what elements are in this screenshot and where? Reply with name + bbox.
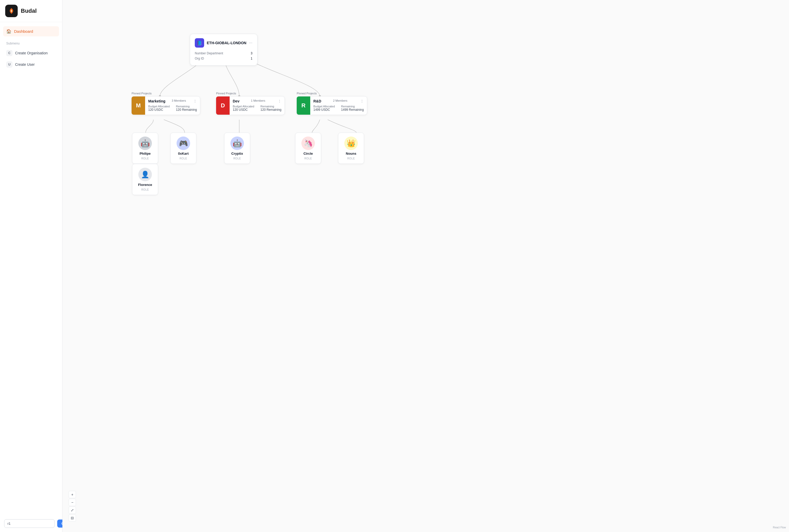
create-org-badge: C: [6, 50, 13, 56]
dept-color-dev: D: [216, 96, 230, 115]
member-avatar-0xkart: 🎮: [176, 136, 190, 150]
member-node-circle: 🦄 Circle ROLE: [295, 133, 321, 164]
react-flow-badge: React Flow: [773, 526, 786, 529]
zoom-out-button[interactable]: −: [69, 499, 76, 506]
member-name-0xkart: 0xKart: [178, 152, 189, 155]
sidebar-item-create-user[interactable]: U Create User: [3, 59, 59, 70]
dept-node-rnd: Pinned Projects R R&D 2 Members ⋮ Budget…: [297, 96, 367, 115]
dept-budget-dev: Budget Allocated 120 USDC: [233, 105, 254, 112]
sidebar-item-dashboard[interactable]: 🏠 Dashboard: [3, 26, 59, 36]
member-node-cryptix: 🤖 Cryptix ROLE: [224, 133, 250, 164]
member-name-cryptix: Cryptix: [231, 152, 243, 155]
dept-title-rnd: R&D: [313, 99, 321, 103]
member-role-0xkart: ROLE: [180, 157, 187, 160]
org-name: ETH-GIOBAL-LONDON: [207, 41, 246, 45]
home-icon: 🏠: [6, 29, 12, 34]
member-name-nouns: Nouns: [346, 152, 356, 155]
flow-canvas[interactable]: 📘 ETH-GIOBAL-LONDON ··· Number Departmen…: [62, 0, 789, 532]
member-node-philipe: 🤖 Philipe ROLE: [132, 133, 158, 164]
dept-members-dev: 1 Members: [251, 99, 265, 102]
dept-label-marketing: Pinned Projects: [132, 92, 152, 95]
dashboard-label: Dashboard: [14, 29, 33, 34]
wallet-input[interactable]: [4, 519, 55, 528]
dept-title-marketing: Marketing: [148, 99, 165, 103]
org-menu-dots[interactable]: ···: [249, 41, 252, 45]
dept-members-rnd: 2 Members: [333, 99, 347, 102]
main-canvas: 📘 ETH-GIOBAL-LONDON ··· Number Departmen…: [62, 0, 789, 532]
member-avatar-nouns: 👑: [344, 136, 358, 150]
dept-color-marketing: M: [132, 96, 145, 115]
org-node: 📘 ETH-GIOBAL-LONDON ··· Number Departmen…: [190, 34, 258, 65]
sidebar-nav: 🏠 Dashboard Submenu C Create Organisatio…: [0, 22, 62, 70]
dept-remaining-marketing: Remaining 120 Remaining: [176, 105, 197, 112]
create-user-badge: U: [6, 61, 13, 68]
dept-budget-rnd: Budget Allocated 1499 USDC: [313, 105, 335, 112]
member-avatar-cryptix: 🤖: [230, 136, 244, 150]
dept-budget-marketing: Budget Allocated 120 USDC: [148, 105, 170, 112]
logo-icon: [5, 5, 18, 17]
member-role-circle: ROLE: [304, 157, 312, 160]
sidebar-logo: Budal: [0, 0, 62, 22]
dept-label-dev: Pinned Projects: [216, 92, 236, 95]
member-name-circle: Circle: [303, 152, 313, 155]
member-role-cryptix: ROLE: [233, 157, 241, 160]
app-title: Budal: [21, 7, 37, 14]
dept-node-marketing: Pinned Projects M Marketing 3 Members ⋮ …: [131, 96, 200, 115]
member-node-florence: 👤 Florence ROLE: [132, 164, 158, 195]
zoom-in-button[interactable]: +: [69, 491, 76, 498]
dept-remaining-rnd: Remaining 1499 Remaining: [341, 105, 364, 112]
member-name-philipe: Philipe: [140, 152, 151, 155]
dept-node-dev: Pinned Projects D Dev 1 Members ⋮ Budget…: [216, 96, 285, 115]
member-avatar-florence: 👤: [138, 168, 152, 181]
org-node-header: 📘 ETH-GIOBAL-LONDON ···: [195, 38, 252, 48]
sidebar: Budal 🏠 Dashboard Submenu C Create Organ…: [0, 0, 62, 532]
create-org-label: Create Organisation: [15, 51, 48, 55]
org-stat-id-value: 1: [251, 57, 252, 60]
org-stat-id: Org ID 1: [195, 56, 252, 61]
flow-controls: + − ⤢ ⊟: [69, 491, 76, 521]
member-node-nouns: 👑 Nouns ROLE: [338, 133, 364, 164]
dept-dots-rnd[interactable]: ⋮: [360, 99, 364, 103]
org-icon: 📘: [195, 38, 204, 48]
member-role-philipe: ROLE: [141, 157, 149, 160]
connections-svg: [62, 0, 789, 532]
fit-button[interactable]: ⤢: [69, 507, 76, 514]
org-stat-dept-label: Number Department: [195, 52, 223, 55]
member-avatar-circle: 🦄: [301, 136, 315, 150]
dept-dots-marketing[interactable]: ⋮: [193, 99, 197, 103]
sidebar-bottom: Connect: [0, 515, 62, 532]
dept-title-dev: Dev: [233, 99, 240, 103]
org-stat-departments: Number Department 3: [195, 51, 252, 56]
dept-members-marketing: 3 Members: [172, 99, 186, 102]
create-user-label: Create User: [15, 62, 35, 66]
lock-button[interactable]: ⊟: [69, 514, 76, 521]
org-stat-id-label: Org ID: [195, 57, 204, 60]
dept-label-rnd: Pinned Projects: [297, 92, 317, 95]
sidebar-item-create-org[interactable]: C Create Organisation: [3, 47, 59, 59]
member-role-florence: ROLE: [141, 188, 149, 191]
dept-remaining-dev: Remaining 120 Remaining: [261, 105, 282, 112]
submenu-label: Submenu: [3, 36, 59, 47]
dept-dots-dev[interactable]: ⋮: [278, 99, 281, 103]
member-node-0xkart: 🎮 0xKart ROLE: [170, 133, 196, 164]
member-name-florence: Florence: [138, 183, 152, 187]
member-avatar-philipe: 🤖: [138, 136, 152, 150]
org-stat-dept-value: 3: [251, 52, 252, 55]
dept-color-rnd: R: [297, 96, 310, 115]
member-role-nouns: ROLE: [347, 157, 355, 160]
